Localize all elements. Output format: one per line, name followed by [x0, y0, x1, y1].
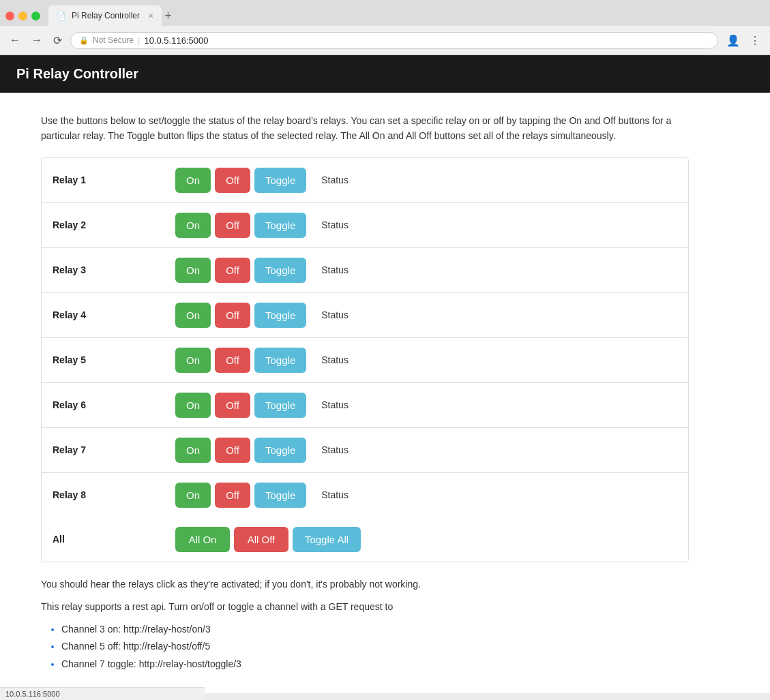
relay-row-3: Relay 3 On Off Toggle Status	[42, 248, 688, 293]
maximize-button[interactable]	[31, 12, 40, 20]
forward-button[interactable]: →	[29, 33, 45, 48]
minimize-button[interactable]	[18, 12, 27, 20]
relay-2-off-button[interactable]: Off	[215, 213, 250, 238]
close-button[interactable]	[5, 12, 14, 20]
window-controls	[5, 12, 40, 20]
relay-table: Relay 1 On Off Toggle Status Relay 2 On …	[41, 157, 689, 562]
relay-5-on-button[interactable]: On	[175, 348, 211, 373]
relay-8-toggle-button[interactable]: Toggle	[254, 483, 306, 508]
relay-4-toggle-button[interactable]: Toggle	[254, 303, 306, 328]
relay-1-controls: On Off Toggle Status	[175, 168, 349, 193]
relay-4-label: Relay 4	[53, 309, 175, 320]
relay-row-8: Relay 8 On Off Toggle Status	[42, 473, 688, 517]
profile-icon-button[interactable]: 👤	[724, 33, 743, 48]
relay-6-on-button[interactable]: On	[175, 393, 211, 418]
address-bar: ← → ⟳ 🔒 Not Secure | 10.0.5.116:5000 👤 ⋮	[0, 26, 770, 55]
relay-row-7: Relay 7 On Off Toggle Status	[42, 428, 688, 473]
browser-chrome: 📄 Pi Relay Controller × + ← → ⟳ 🔒 Not Se…	[0, 0, 770, 55]
all-controls: All On All Off Toggle All	[175, 527, 361, 552]
relay-1-label: Relay 1	[53, 174, 175, 185]
url-field[interactable]: 🔒 Not Secure | 10.0.5.116:5000	[70, 32, 718, 49]
relay-8-off-button[interactable]: Off	[215, 483, 250, 508]
tab-favicon-icon: 📄	[57, 12, 66, 20]
relay-8-on-button[interactable]: On	[175, 483, 211, 508]
status-bar: 10.0.5.116:5000	[0, 687, 205, 693]
relay-3-status: Status	[321, 264, 349, 275]
all-row-label: All	[53, 534, 175, 545]
relay-2-status: Status	[321, 219, 349, 230]
relay-3-label: Relay 3	[53, 264, 175, 275]
relay-6-status: Status	[321, 399, 349, 410]
relay-3-toggle-button[interactable]: Toggle	[254, 258, 306, 283]
relay-7-status: Status	[321, 444, 349, 455]
menu-button[interactable]: ⋮	[747, 33, 763, 48]
relay-6-toggle-button[interactable]: Toggle	[254, 393, 306, 418]
active-tab[interactable]: 📄 Pi Relay Controller ×	[48, 5, 162, 26]
relay-2-controls: On Off Toggle Status	[175, 213, 349, 238]
footer-line2: This relay supports a rest api. Turn on/…	[41, 598, 689, 615]
footer-list-item-text-2: Channel 5 off: http://relay-host/off/5	[61, 641, 210, 652]
relay-7-off-button[interactable]: Off	[215, 438, 250, 463]
relay-7-controls: On Off Toggle Status	[175, 438, 349, 463]
reload-button[interactable]: ⟳	[50, 33, 65, 48]
relay-1-off-button[interactable]: Off	[215, 168, 250, 193]
status-url: 10.0.5.116:5000	[5, 690, 60, 693]
tab-title: Pi Relay Controller	[72, 11, 140, 20]
relay-4-status: Status	[321, 309, 349, 320]
relay-6-off-button[interactable]: Off	[215, 393, 250, 418]
all-on-button[interactable]: All On	[175, 527, 230, 552]
footer-list: Channel 3 on: http://relay-host/on/3Chan…	[41, 621, 689, 673]
relay-3-controls: On Off Toggle Status	[175, 258, 349, 283]
relay-8-controls: On Off Toggle Status	[175, 483, 349, 508]
all-row: All All On All Off Toggle All	[42, 517, 688, 562]
tab-bar: 📄 Pi Relay Controller × +	[0, 0, 770, 26]
footer-info: You should hear the relays click as they…	[41, 576, 689, 673]
relay-2-toggle-button[interactable]: Toggle	[254, 213, 306, 238]
app-title: Pi Relay Controller	[16, 66, 754, 82]
relay-7-toggle-button[interactable]: Toggle	[254, 438, 306, 463]
footer-list-item-3: Channel 7 toggle: http://relay-host/togg…	[61, 656, 689, 673]
relay-3-off-button[interactable]: Off	[215, 258, 250, 283]
relay-5-status: Status	[321, 354, 349, 365]
url-divider: |	[138, 35, 140, 46]
relay-6-controls: On Off Toggle Status	[175, 393, 349, 418]
relay-row-6: Relay 6 On Off Toggle Status	[42, 383, 688, 428]
relay-4-controls: On Off Toggle Status	[175, 303, 349, 328]
all-off-button[interactable]: All Off	[234, 527, 288, 552]
relay-8-status: Status	[321, 489, 349, 500]
relay-row-1: Relay 1 On Off Toggle Status	[42, 158, 688, 203]
relay-7-label: Relay 7	[53, 444, 175, 455]
description-text: Use the buttons below to set/toggle the …	[41, 113, 689, 144]
relay-2-on-button[interactable]: On	[175, 213, 211, 238]
page-content: Use the buttons below to set/toggle the …	[0, 93, 770, 693]
relay-1-on-button[interactable]: On	[175, 168, 211, 193]
relay-1-toggle-button[interactable]: Toggle	[254, 168, 306, 193]
footer-list-item-text-3: Channel 7 toggle: http://relay-host/togg…	[61, 658, 241, 669]
tab-close-icon[interactable]: ×	[148, 10, 153, 21]
relay-3-on-button[interactable]: On	[175, 258, 211, 283]
footer-list-item-1: Channel 3 on: http://relay-host/on/3	[61, 621, 689, 638]
relay-row-4: Relay 4 On Off Toggle Status	[42, 293, 688, 338]
footer-list-item-text-1: Channel 3 on: http://relay-host/on/3	[61, 624, 211, 635]
relay-4-off-button[interactable]: Off	[215, 303, 250, 328]
relay-4-on-button[interactable]: On	[175, 303, 211, 328]
relay-8-label: Relay 8	[53, 489, 175, 500]
browser-menu: 👤 ⋮	[724, 33, 763, 48]
relay-2-label: Relay 2	[53, 219, 175, 230]
lock-icon: 🔒	[79, 36, 89, 45]
relay-row-2: Relay 2 On Off Toggle Status	[42, 203, 688, 248]
relay-5-toggle-button[interactable]: Toggle	[254, 348, 306, 373]
toggle-all-button[interactable]: Toggle All	[293, 527, 361, 552]
relay-6-label: Relay 6	[53, 399, 175, 410]
url-text: 10.0.5.116:5000	[144, 35, 208, 46]
not-secure-label: Not Secure	[93, 35, 134, 45]
relay-7-on-button[interactable]: On	[175, 438, 211, 463]
relay-row-5: Relay 5 On Off Toggle Status	[42, 338, 688, 383]
relay-5-label: Relay 5	[53, 354, 175, 365]
relay-5-off-button[interactable]: Off	[215, 348, 250, 373]
back-button[interactable]: ←	[7, 33, 23, 48]
new-tab-button[interactable]: +	[164, 10, 172, 22]
footer-line1: You should hear the relays click as they…	[41, 576, 689, 593]
relay-5-controls: On Off Toggle Status	[175, 348, 349, 373]
footer-list-item-2: Channel 5 off: http://relay-host/off/5	[61, 638, 689, 655]
